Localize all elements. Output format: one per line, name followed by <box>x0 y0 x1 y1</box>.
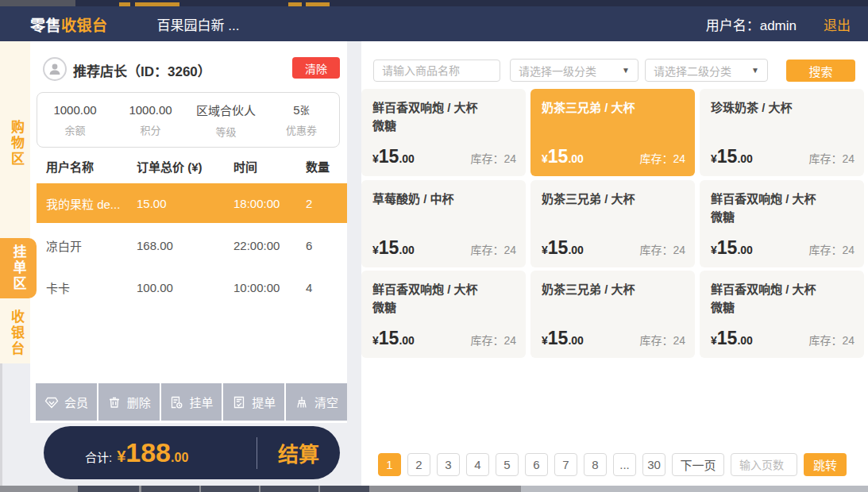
order-total: 168.00 <box>137 239 233 252</box>
page-button[interactable]: ... <box>613 453 636 476</box>
chevron-down-icon: ▼ <box>751 66 759 75</box>
order-time: 18:00:00 <box>233 197 306 210</box>
product-card[interactable]: 奶茶三兄弟 / 大杯 ¥15.00 库存：24 <box>530 180 695 267</box>
person-icon <box>47 61 63 77</box>
window-remnant-segment <box>141 486 199 492</box>
hold-order-button[interactable]: 挂单 <box>161 383 222 421</box>
order-row[interactable]: 卡卡 100.00 10:00:00 4 <box>37 267 347 307</box>
order-row[interactable]: 凉白开 168.00 22:00:00 6 <box>37 225 347 265</box>
member-stat: 1000.00 积分 <box>113 103 188 137</box>
product-price: ¥15.00 <box>542 146 584 167</box>
product-stock: 库存：24 <box>639 241 685 257</box>
product-price: ¥15.00 <box>711 328 753 349</box>
product-stock: 库存：24 <box>639 150 685 166</box>
page-button[interactable]: 2 <box>407 453 430 476</box>
product-card[interactable]: 鲜百香双响炮 / 大杯 微糖 ¥15.00 库存：24 <box>361 271 526 358</box>
top-window-remnant <box>0 0 868 6</box>
product-card[interactable]: 奶茶三兄弟 / 大杯 ¥15.00 库存：24 <box>530 271 695 358</box>
bottom-window-remnant <box>0 486 868 492</box>
product-subtitle: 微糖 <box>372 117 515 135</box>
member-stats-box: 1000.00 余额 1000.00 积分 区域合伙人 等级 5张 优惠券 <box>37 92 340 148</box>
page-button[interactable]: 5 <box>496 453 519 476</box>
checkout-bar: 合计: ¥ 188 .00 结算 <box>44 426 340 479</box>
window-remnant-corner <box>0 0 75 6</box>
vip-diamond-icon <box>44 395 59 409</box>
col-time: 时间 <box>233 158 306 175</box>
broom-icon <box>295 395 309 409</box>
retrieve-order-button[interactable]: 提单 <box>223 383 284 421</box>
page-button[interactable]: 7 <box>554 453 577 476</box>
category1-select[interactable]: 请选择一级分类 ▼ <box>510 59 638 82</box>
order-user-name: 我的果粒 de... <box>46 195 137 212</box>
action-bar: 会员 删除 挂单 提单 清空 <box>36 383 347 421</box>
product-card[interactable]: 草莓酸奶 / 中杯 ¥15.00 库存：24 <box>361 180 526 267</box>
app-title-prefix: 零售 <box>30 17 61 34</box>
product-price: ¥15.00 <box>372 146 415 167</box>
product-search-input[interactable] <box>373 60 500 82</box>
page-button[interactable]: 1 <box>378 453 401 476</box>
product-card[interactable]: 鲜百香双响炮 / 大杯 微糖 ¥15.00 库存：24 <box>700 271 864 358</box>
product-subtitle: 微糖 <box>711 208 853 226</box>
sidebar-tab-cashier[interactable]: 收银台 <box>2 302 30 365</box>
chevron-down-icon: ▼ <box>622 66 630 75</box>
avatar <box>43 57 67 81</box>
hold-order-button-label: 挂单 <box>189 394 213 410</box>
sidebar-tab-hold-orders[interactable]: 挂单区 <box>0 238 37 298</box>
product-card[interactable]: 珍珠奶茶 / 大杯 ¥15.00 库存：24 <box>700 89 864 176</box>
jump-button[interactable]: 跳转 <box>804 453 847 476</box>
document-clock-icon <box>169 395 183 409</box>
product-title: 鲜百香双响炮 / 大杯 <box>372 280 515 298</box>
col-qty: 数量 <box>306 158 347 175</box>
order-total: 100.00 <box>137 281 233 294</box>
product-price: ¥15.00 <box>711 237 753 259</box>
trash-icon <box>107 395 122 409</box>
col-user-name: 用户名称 <box>46 158 137 175</box>
search-row: 请选择一级分类 ▼ 请选择二级分类 ▼ 搜索 <box>361 59 868 82</box>
page-buttons: 1 2 3 4 5 6 7 8 ... 30 <box>378 453 665 476</box>
member-button[interactable]: 会员 <box>36 383 97 421</box>
product-stock: 库存：24 <box>808 241 854 257</box>
product-title: 鲜百香双响炮 / 大杯 <box>711 280 853 298</box>
app-title-suffix: 收银台 <box>61 17 108 34</box>
product-title: 鲜百香双响炮 / 大杯 <box>372 98 515 117</box>
logout-button[interactable]: 退出 <box>824 14 851 34</box>
next-page-button[interactable]: 下一页 <box>672 453 724 476</box>
total-integer: 188 <box>125 437 171 468</box>
store-name: 百果园白新 ... <box>157 14 240 34</box>
total-label: 合计: <box>85 448 112 465</box>
product-panel: 请选择一级分类 ▼ 请选择二级分类 ▼ 搜索 鲜百香双响炮 / 大杯 微糖 ¥1… <box>361 41 868 486</box>
order-row[interactable]: 我的果粒 de... 15.00 18:00:00 2 <box>37 183 347 223</box>
clear-cart-button-label: 清空 <box>314 394 338 410</box>
product-card[interactable]: 鲜百香双响炮 / 大杯 微糖 ¥15.00 库存：24 <box>700 180 864 267</box>
category2-select[interactable]: 请选择二级分类 ▼ <box>645 59 768 82</box>
currency-symbol: ¥ <box>117 448 125 466</box>
page-button[interactable]: 4 <box>466 453 489 476</box>
product-price: ¥15.00 <box>542 328 584 349</box>
product-card[interactable]: 奶茶三兄弟 / 大杯 ¥15.00 库存：24 <box>530 89 695 176</box>
clear-member-button[interactable]: 清除 <box>292 57 340 79</box>
product-stock: 库存：24 <box>808 332 854 348</box>
page-button[interactable]: 30 <box>642 453 665 476</box>
page-button[interactable]: 8 <box>584 453 607 476</box>
page-button[interactable]: 3 <box>437 453 460 476</box>
page-button[interactable]: 6 <box>525 453 548 476</box>
member-row: 推荐店长（ID：3260） 清除 <box>30 56 347 83</box>
member-stat: 5张 优惠券 <box>264 103 339 137</box>
username-label: 用户名：admin <box>706 14 797 34</box>
order-user-name: 凉白开 <box>46 237 137 254</box>
search-button[interactable]: 搜索 <box>786 60 855 82</box>
product-card[interactable]: 鲜百香双响炮 / 大杯 微糖 ¥15.00 库存：24 <box>361 89 526 176</box>
delete-button[interactable]: 删除 <box>98 383 160 421</box>
app-header: 零售收银台 百果园白新 ... 用户名：admin 退出 <box>0 6 868 41</box>
product-title: 鲜百香双响炮 / 大杯 <box>711 190 853 208</box>
header-right: 用户名：admin 退出 <box>706 14 851 34</box>
clear-cart-button[interactable]: 清空 <box>286 383 347 421</box>
product-price: ¥15.00 <box>711 146 753 167</box>
order-time: 22:00:00 <box>233 239 306 252</box>
product-stock: 库存：24 <box>470 241 516 257</box>
page-number-input[interactable] <box>731 453 797 476</box>
order-time: 10:00:00 <box>233 281 306 294</box>
total-amount: 合计: ¥ 188 .00 <box>44 437 257 468</box>
checkout-button[interactable]: 结算 <box>257 438 340 467</box>
sidebar-tab-shopping[interactable]: 购物区 <box>2 110 30 178</box>
